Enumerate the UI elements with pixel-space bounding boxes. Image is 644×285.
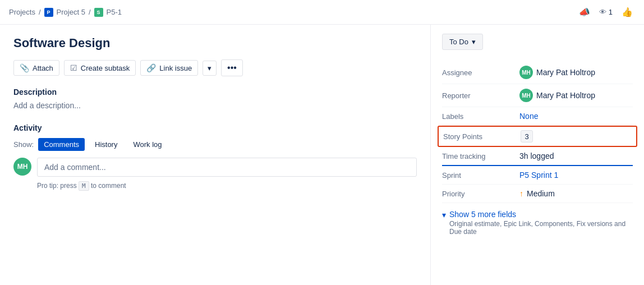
- megaphone-icon: 📣: [579, 7, 590, 17]
- show-more-sub-text: Original estimate, Epic Link, Components…: [449, 220, 633, 236]
- link-label: Link issue: [159, 64, 192, 72]
- labels-value: None: [519, 112, 538, 121]
- top-nav: Projects / P Project 5 / S P5-1 📣 👁 1 👍: [0, 0, 644, 25]
- assignee-label: Assignee: [442, 68, 515, 77]
- eye-icon: 👁: [599, 8, 606, 16]
- comment-row: MH Add a comment...: [13, 158, 417, 177]
- pro-tip-text: Pro tip: press: [37, 182, 77, 190]
- comment-input[interactable]: Add a comment...: [37, 158, 417, 177]
- pro-tip-suffix-text: to comment: [91, 182, 126, 190]
- field-labels: Labels None: [442, 107, 633, 126]
- attach-button[interactable]: 📎 Attach: [13, 60, 59, 76]
- story-points-label: Story Points: [443, 132, 516, 141]
- breadcrumb: Projects / P Project 5 / S P5-1: [9, 8, 122, 17]
- subtask-icon: ☑: [70, 63, 77, 72]
- attach-icon: 📎: [20, 63, 29, 72]
- field-time-tracking: Time tracking 3h logged: [442, 147, 633, 166]
- priority-label: Priority: [442, 190, 515, 198]
- field-priority: Priority ↑ Medium: [442, 185, 633, 203]
- thumb-icon: 👍: [622, 7, 633, 17]
- issue-icon: S: [94, 8, 103, 17]
- show-label: Show:: [13, 140, 34, 149]
- status-chevron-icon: ▾: [472, 38, 476, 46]
- assignee-avatar: MH: [519, 66, 533, 79]
- show-more-link[interactable]: Show 5 more fields: [449, 210, 516, 219]
- link-issue-button[interactable]: 🔗 Link issue: [140, 60, 198, 76]
- link-icon: 🔗: [146, 63, 156, 72]
- field-sprint: Sprint P5 Sprint 1: [442, 166, 633, 185]
- status-button[interactable]: To Do ▾: [442, 34, 483, 50]
- more-actions-button[interactable]: •••: [221, 59, 243, 76]
- dropdown-button[interactable]: ▾: [203, 61, 217, 76]
- like-button[interactable]: 👍: [619, 4, 635, 20]
- project-icon: P: [44, 8, 53, 17]
- right-panel: To Do ▾ Assignee MH Mary Pat Holtrop Rep…: [431, 25, 644, 285]
- reporter-value: MH Mary Pat Holtrop: [519, 89, 595, 102]
- subtask-label: Create subtask: [81, 64, 130, 72]
- breadcrumb-projects[interactable]: Projects: [9, 8, 35, 16]
- show-more-content: Show 5 more fields Original estimate, Ep…: [449, 210, 633, 236]
- reporter-label: Reporter: [442, 91, 515, 100]
- priority-value: ↑ Medium: [519, 189, 555, 198]
- tab-comments[interactable]: Comments: [38, 138, 85, 151]
- assignee-value: MH Mary Pat Holtrop: [519, 66, 595, 79]
- avatar: MH: [13, 158, 31, 176]
- reporter-avatar: MH: [519, 89, 533, 102]
- description-section: Description Add a description...: [13, 88, 417, 110]
- show-row: Show: Comments History Work log: [13, 138, 417, 151]
- breadcrumb-sep-1: /: [39, 8, 41, 16]
- time-tracking-value: 3h logged: [519, 151, 554, 160]
- pro-tip-key: M: [79, 181, 89, 191]
- story-points-value: 3: [521, 130, 533, 142]
- description-placeholder[interactable]: Add a description...: [13, 101, 417, 110]
- breadcrumb-issue[interactable]: P5-1: [107, 8, 122, 16]
- field-story-points: Story Points 3: [438, 126, 637, 147]
- megaphone-button[interactable]: 📣: [577, 4, 592, 20]
- labels-none-link[interactable]: None: [519, 112, 538, 121]
- description-label: Description: [13, 88, 417, 96]
- create-subtask-button[interactable]: ☑ Create subtask: [64, 60, 136, 76]
- nav-actions: 📣 👁 1 👍: [577, 4, 635, 20]
- labels-label: Labels: [442, 112, 515, 121]
- main-layout: Software Design 📎 Attach ☑ Create subtas…: [0, 25, 644, 285]
- pro-tip: Pro tip: press M to comment: [37, 181, 417, 191]
- tab-worklog[interactable]: Work log: [127, 138, 167, 151]
- sprint-value: P5 Sprint 1: [519, 171, 558, 180]
- activity-label: Activity: [13, 123, 417, 132]
- tab-history[interactable]: History: [89, 138, 123, 151]
- field-reporter: Reporter MH Mary Pat Holtrop: [442, 84, 633, 107]
- sprint-link[interactable]: P5 Sprint 1: [519, 171, 558, 180]
- breadcrumb-sep-2: /: [89, 8, 91, 16]
- watch-count: 1: [609, 8, 613, 16]
- field-assignee: Assignee MH Mary Pat Holtrop: [442, 61, 633, 84]
- show-more-row: ▾ Show 5 more fields Original estimate, …: [442, 210, 633, 236]
- activity-section: Activity Show: Comments History Work log…: [13, 123, 417, 191]
- story-points-badge[interactable]: 3: [521, 130, 533, 142]
- priority-arrow-icon: ↑: [519, 189, 523, 198]
- status-label: To Do: [449, 38, 468, 46]
- left-panel: Software Design 📎 Attach ☑ Create subtas…: [0, 25, 431, 285]
- toolbar: 📎 Attach ☑ Create subtask 🔗 Link issue ▾…: [13, 59, 417, 76]
- priority-text: Medium: [527, 189, 555, 198]
- time-tracking-label: Time tracking: [442, 152, 515, 160]
- time-tracking-text[interactable]: 3h logged: [519, 151, 554, 160]
- sprint-label: Sprint: [442, 171, 515, 180]
- page-title: Software Design: [13, 36, 417, 50]
- assignee-name[interactable]: Mary Pat Holtrop: [536, 68, 595, 77]
- reporter-name[interactable]: Mary Pat Holtrop: [536, 91, 595, 100]
- show-more-chevron-icon: ▾: [442, 210, 446, 219]
- watch-button[interactable]: 👁 1: [599, 8, 613, 16]
- attach-label: Attach: [33, 64, 53, 72]
- breadcrumb-project[interactable]: Project 5: [57, 8, 85, 16]
